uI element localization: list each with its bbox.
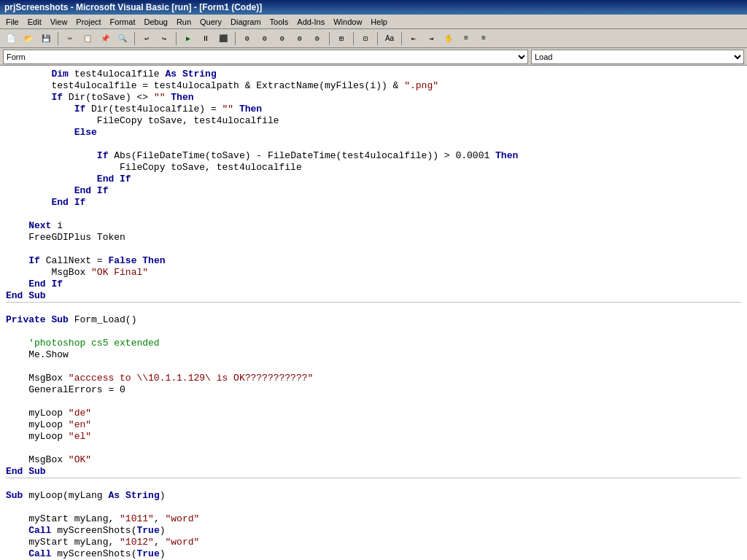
toolbar-pause[interactable]: ⏸ xyxy=(198,31,214,46)
code-line-10: End If xyxy=(6,185,741,197)
code-line-21: MsgBox "acccess to \\10.1.1.129\ is OK??… xyxy=(6,373,741,384)
code-line-27: End Sub xyxy=(6,466,741,478)
menu-help[interactable]: Help xyxy=(366,15,392,28)
toolbar-sep2 xyxy=(134,32,135,45)
toolbar-sep3 xyxy=(176,32,177,45)
code-line-blank7 xyxy=(6,396,741,408)
toolbar-stop[interactable]: ⬛ xyxy=(215,31,231,46)
toolbar-obj2[interactable]: ⊡ xyxy=(357,31,374,46)
title-bar: prjScreenshots - Microsoft Visual Basic … xyxy=(0,0,747,15)
toolbar: 📄 📂 💾 ✂ 📋 📌 🔍 ↩ ↪ ▶ ⏸ ⬛ ⚙ ⚙ ⚙ ⚙ ⚙ ⊞ ⊡ Aa… xyxy=(0,29,747,48)
code-line-15: MsgBox "OK Final" xyxy=(6,267,741,279)
code-line-blank1 xyxy=(6,139,741,150)
code-line-13: FreeGDIPlus Token xyxy=(6,232,741,244)
code-line-2: test4ulocalfile = test4ulocalpath & Extr… xyxy=(6,80,741,92)
code-line-18: Private Sub Form_Load() xyxy=(6,314,741,326)
toolbar-find[interactable]: 🔍 xyxy=(115,31,131,46)
code-line-32: Call myScreenShots(True) xyxy=(6,548,741,560)
toolbar-extras2[interactable]: ⚙ xyxy=(257,31,273,46)
toolbar-paste[interactable]: 📌 xyxy=(97,31,113,46)
menu-edit[interactable]: Edit xyxy=(23,15,46,28)
code-line-7: If Abs(FileDateTime(toSave) - FileDateTi… xyxy=(6,150,741,162)
toolbar-extras5[interactable]: ⚙ xyxy=(309,31,325,46)
toolbar-extras4[interactable]: ⚙ xyxy=(292,31,308,46)
toolbar-new[interactable]: 📄 xyxy=(3,31,19,46)
code-line-blank6 xyxy=(6,361,741,373)
toolbar-obj1[interactable]: ⊞ xyxy=(333,31,349,46)
toolbar-sep5 xyxy=(329,32,330,45)
toolbar-extras1[interactable]: ⚙ xyxy=(239,31,255,46)
code-line-blank10 xyxy=(6,502,741,513)
toolbar-sep4 xyxy=(235,32,236,45)
code-line-31: myStart myLang, "1012", "word" xyxy=(6,537,741,548)
code-line-9: End If xyxy=(6,174,741,185)
title-text: prjScreenshots - Microsoft Visual Basic … xyxy=(4,2,262,12)
code-line-26: MsgBox "OK" xyxy=(6,454,741,466)
toolbar-a1[interactable]: Aa xyxy=(382,31,398,46)
toolbar-sep6 xyxy=(353,32,354,45)
menu-view[interactable]: View xyxy=(46,15,72,28)
menu-diagram[interactable]: Diagram xyxy=(226,15,266,28)
code-line-30: Call myScreenShots(True) xyxy=(6,525,741,537)
menu-addins[interactable]: Add-Ins xyxy=(293,15,329,28)
code-line-1: Dim test4ulocalfile As String xyxy=(6,69,741,80)
toolbar-cut[interactable]: ✂ xyxy=(62,31,78,46)
menu-project[interactable]: Project xyxy=(71,15,105,28)
code-line-24: myLoop "en" xyxy=(6,419,741,431)
toolbar-sep8 xyxy=(401,32,402,45)
code-line-blank5 xyxy=(6,326,741,338)
toolbar-undo[interactable]: ↩ xyxy=(139,31,155,46)
toolbar-sep1 xyxy=(58,32,58,45)
menu-debug[interactable]: Debug xyxy=(139,15,171,28)
toolbar-run[interactable]: ▶ xyxy=(180,31,196,46)
menu-tools[interactable]: Tools xyxy=(266,15,293,28)
code-line-23: myLoop "de" xyxy=(6,408,741,419)
menu-format[interactable]: Format xyxy=(106,15,140,28)
procedure-select[interactable]: Load xyxy=(531,50,744,64)
code-line-blank9 xyxy=(6,478,741,490)
code-line-28: Sub myLoop(myLang As String) xyxy=(6,490,741,502)
menu-file[interactable]: File xyxy=(1,15,23,28)
code-editor[interactable]: Dim test4ulocalfile As String test4uloca… xyxy=(0,66,747,560)
menu-query[interactable]: Query xyxy=(196,15,226,28)
toolbar-sep7 xyxy=(377,32,378,45)
code-line-3: If Dir(toSave) <> "" Then xyxy=(6,92,741,104)
toolbar-indent1[interactable]: ⇤ xyxy=(406,31,422,46)
code-line-12: Next i xyxy=(6,220,741,232)
toolbar-save[interactable]: 💾 xyxy=(38,31,54,46)
code-line-17: End Sub xyxy=(6,290,741,302)
toolbar-open[interactable]: 📂 xyxy=(20,31,36,46)
code-line-8: FileCopy toSave, test4ulocalfile xyxy=(6,162,741,174)
code-line-16: End If xyxy=(6,279,741,290)
toolbar-align2[interactable]: ≡ xyxy=(476,31,492,46)
code-line-20: Me.Show xyxy=(6,349,741,361)
code-line-4: If Dir(test4ulocalfile) = "" Then xyxy=(6,104,741,115)
menu-run[interactable]: Run xyxy=(172,15,196,28)
code-line-blank2 xyxy=(6,209,741,220)
code-line-11: End If xyxy=(6,197,741,209)
toolbar-copy[interactable]: 📋 xyxy=(80,31,96,46)
object-select[interactable]: Form xyxy=(3,50,528,64)
code-line-29: myStart myLang, "1011", "word" xyxy=(6,513,741,525)
code-line-6: Else xyxy=(6,127,741,139)
code-line-25: myLoop "el" xyxy=(6,431,741,443)
object-procedure-bar: Form Load xyxy=(0,48,747,66)
code-line-19: 'photoshop cs5 extended xyxy=(6,338,741,349)
code-line-blank8 xyxy=(6,443,741,454)
code-line-14: If CallNext = False Then xyxy=(6,255,741,267)
code-line-22: GeneralErrors = 0 xyxy=(6,384,741,396)
toolbar-align1[interactable]: ≡ xyxy=(458,31,474,46)
toolbar-indent2[interactable]: ⇥ xyxy=(423,31,439,46)
toolbar-hand[interactable]: ✋ xyxy=(441,31,457,46)
menu-window[interactable]: Window xyxy=(329,15,366,28)
code-line-blank3 xyxy=(6,244,741,255)
menu-bar: File Edit View Project Format Debug Run … xyxy=(0,15,747,29)
toolbar-redo[interactable]: ↪ xyxy=(156,31,172,46)
code-line-5: FileCopy toSave, test4ulocalfile xyxy=(6,115,741,127)
toolbar-extras3[interactable]: ⚙ xyxy=(274,31,290,46)
code-line-blank4 xyxy=(6,303,741,314)
